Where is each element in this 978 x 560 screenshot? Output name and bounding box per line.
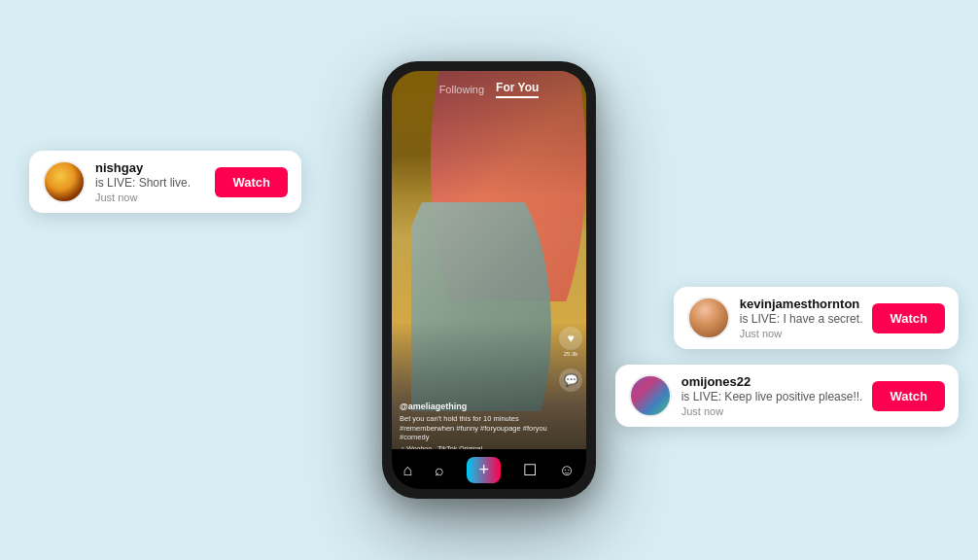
like-count: 25.3k bbox=[564, 351, 578, 357]
time-kevin: Just now bbox=[740, 328, 863, 339]
username-kevin: kevinjamesthornton bbox=[740, 297, 863, 311]
status-omi: is LIVE: Keep live positive please!!. bbox=[681, 390, 863, 403]
main-scene: nishgay is LIVE: Short live. Just now Wa… bbox=[0, 0, 978, 560]
notification-card-nishgay: nishgay is LIVE: Short live. Just now Wa… bbox=[29, 151, 301, 213]
avatar-kevin bbox=[687, 297, 730, 339]
avatar-nishgay bbox=[43, 160, 86, 203]
phone: Following For You ♥ 25.3k 💬 bbox=[382, 61, 596, 499]
search-icon[interactable]: ⌕ bbox=[435, 462, 444, 479]
video-description: Bet you can't hold this for 10 minutes #… bbox=[400, 414, 547, 442]
card-info-nishgay: nishgay is LIVE: Short live. Just now bbox=[95, 160, 205, 203]
avatar-omi bbox=[629, 374, 672, 417]
profile-icon[interactable]: ☺ bbox=[559, 462, 575, 479]
notification-card-omi: omijones22 is LIVE: Keep live positive p… bbox=[615, 365, 959, 427]
video-sidebar: ♥ 25.3k 💬 bbox=[559, 327, 582, 392]
status-kevin: is LIVE: I have a secret. bbox=[740, 312, 863, 326]
card-info-kevin: kevinjamesthornton is LIVE: I have a sec… bbox=[740, 297, 863, 339]
username-omi: omijones22 bbox=[681, 374, 863, 389]
comment-icon[interactable]: 💬 bbox=[559, 368, 582, 392]
add-button[interactable]: + bbox=[467, 457, 501, 483]
time-nishgay: Just now bbox=[95, 192, 205, 203]
tab-following[interactable]: Following bbox=[439, 84, 484, 95]
watch-button-kevin[interactable]: Watch bbox=[872, 303, 945, 333]
card-info-omi: omijones22 is LIVE: Keep live positive p… bbox=[681, 374, 863, 417]
video-background: Following For You ♥ 25.3k 💬 bbox=[392, 71, 586, 489]
username-nishgay: nishgay bbox=[95, 160, 205, 175]
tiktok-bottombar: ⌂ ⌕ + ☐ ☺ bbox=[392, 449, 586, 489]
tiktok-topbar: Following For You bbox=[392, 71, 586, 104]
phone-screen: Following For You ♥ 25.3k 💬 bbox=[392, 71, 586, 489]
home-icon[interactable]: ⌂ bbox=[403, 462, 413, 479]
status-nishgay: is LIVE: Short live. bbox=[95, 176, 205, 190]
time-omi: Just now bbox=[681, 405, 863, 417]
like-icon[interactable]: ♥ bbox=[559, 327, 582, 350]
notification-card-kevin: kevinjamesthornton is LIVE: I have a sec… bbox=[674, 287, 959, 349]
like-group: ♥ 25.3k bbox=[559, 327, 582, 357]
video-username: @ameliagething bbox=[400, 402, 547, 411]
phone-wrapper: Following For You ♥ 25.3k 💬 bbox=[382, 61, 596, 499]
inbox-icon[interactable]: ☐ bbox=[523, 461, 537, 479]
comment-group: 💬 bbox=[559, 368, 582, 392]
watch-button-nishgay[interactable]: Watch bbox=[215, 167, 288, 197]
watch-button-omi[interactable]: Watch bbox=[872, 381, 945, 411]
tab-foryou[interactable]: For You bbox=[496, 81, 539, 98]
video-info: @ameliagething Bet you can't hold this f… bbox=[400, 402, 547, 452]
